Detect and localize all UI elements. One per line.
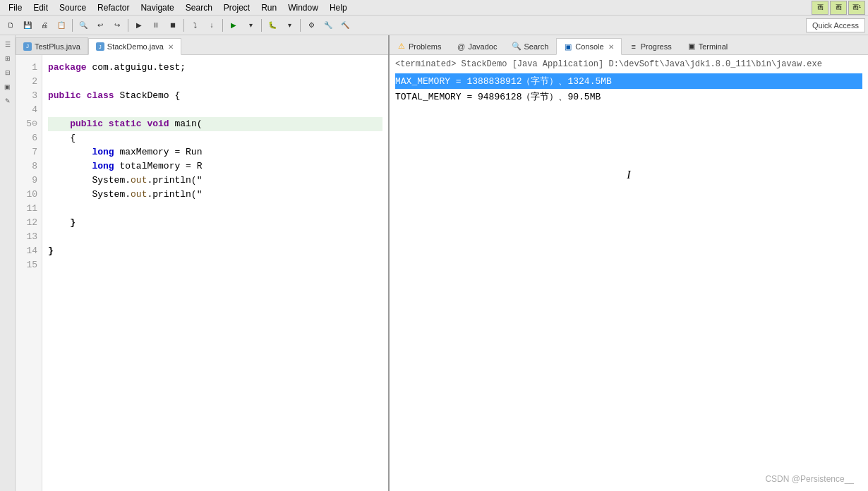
code-line-12: } — [48, 216, 382, 230]
sidebar-icon-2[interactable]: ⊞ — [1, 52, 14, 65]
ln-12: 12 — [16, 216, 42, 230]
ln-8: 8 — [16, 159, 42, 174]
menu-source[interactable]: Source — [54, 1, 92, 14]
left-sidebar: ☰ ⊞ ⊟ ▣ ✎ — [0, 35, 16, 491]
quick-access-field[interactable]: Quick Access — [806, 18, 865, 32]
tab-console-close[interactable]: ✕ — [608, 43, 614, 51]
ln-2: 2 — [16, 75, 42, 89]
code-line-4 — [48, 103, 382, 117]
code-line-14: } — [48, 244, 382, 258]
ln-14: 14 — [16, 244, 42, 258]
code-line-6: { — [48, 131, 382, 145]
console-content[interactable]: <terminated> StackDemo [Java Application… — [390, 55, 868, 491]
console-line-2: TOTAL_MEMORY = 94896128（字节）、90.5MB — [395, 89, 862, 104]
toolbar-undo[interactable]: ↩ — [92, 18, 108, 33]
toolbar-run-dropdown[interactable]: ▾ — [243, 18, 258, 33]
tab-javadoc-label: Javadoc — [468, 42, 497, 51]
icon-view1[interactable]: 画 — [812, 1, 828, 15]
menu-search[interactable]: Search — [180, 1, 218, 14]
menu-navigate[interactable]: Navigate — [135, 1, 179, 14]
tab-stackdemo-label: StackDemo.java — [107, 42, 164, 51]
toolbar-redo[interactable]: ↪ — [109, 18, 125, 33]
console-icon: ▣ — [564, 42, 572, 51]
tab-stackdemo-close[interactable]: ✕ — [168, 43, 174, 51]
tab-testplus-icon: J — [23, 42, 32, 51]
main-container: ☰ ⊞ ⊟ ▣ ✎ J TestPlus.java J StackDemo.ja… — [0, 35, 868, 491]
code-line-2 — [48, 75, 382, 89]
toolbar-more1[interactable]: ⚙ — [303, 18, 319, 33]
code-line-3: public class StackDemo { — [48, 89, 382, 103]
terminal-icon: ▣ — [687, 42, 696, 51]
code-line-8: long totalMemory = R — [48, 159, 382, 174]
bottom-panel: ⚠ Problems @ Javadoc 🔍 Search ▣ Console … — [390, 35, 868, 491]
toolbar-debug[interactable]: 🐛 — [265, 18, 280, 33]
menu-help[interactable]: Help — [324, 1, 353, 14]
tab-testplus[interactable]: J TestPlus.java — [16, 37, 88, 54]
tab-progress-label: Progress — [641, 42, 672, 51]
toolbar-search-icon[interactable]: 🔍 — [76, 18, 91, 33]
tab-terminal-label: Terminal — [699, 42, 728, 51]
menu-window[interactable]: Window — [282, 1, 324, 14]
toolbar-step-into[interactable]: ↓ — [204, 18, 219, 33]
ln-15: 15 — [16, 258, 42, 272]
ln-10: 10 — [16, 188, 42, 202]
tab-progress[interactable]: ≡ Progress — [622, 37, 680, 54]
editor-area: J TestPlus.java J StackDemo.java ✕ 1 2 3… — [16, 35, 390, 491]
icon-view2[interactable]: 画 — [830, 1, 847, 15]
toolbar-stop[interactable]: ⏹ — [165, 18, 181, 33]
tab-stackdemo[interactable]: J StackDemo.java ✕ — [88, 38, 181, 55]
sidebar-icon-1[interactable]: ☰ — [1, 38, 14, 51]
code-line-9: System.out.println(" — [48, 174, 382, 188]
toolbar-more2[interactable]: 🔧 — [320, 18, 336, 33]
tab-console[interactable]: ▣ Console ✕ — [556, 38, 621, 55]
toolbar-play[interactable]: ▶ — [131, 18, 147, 33]
console-line-1: MAX_MEMORY = 1388838912（字节）、1324.5MB — [395, 73, 862, 89]
toolbar: 🗋 💾 🖨 📋 🔍 ↩ ↪ ▶ ⏸ ⏹ ⤵ ↓ ▶ ▾ 🐛 ▾ ⚙ 🔧 🔨 Qu… — [0, 16, 868, 35]
tab-search-label: Search — [524, 42, 548, 51]
menu-file[interactable]: File — [3, 1, 28, 14]
toolbar-run2[interactable]: ▶ — [226, 18, 241, 33]
code-line-13 — [48, 230, 382, 244]
ln-7: 7 — [16, 145, 42, 159]
ln-6: 6 — [16, 131, 42, 145]
line-numbers: 1 2 3 4 5⊖ 6 7 8 9 10 11 12 13 14 15 — [16, 55, 42, 491]
tab-problems[interactable]: ⚠ Problems — [390, 37, 449, 54]
sidebar-icon-3[interactable]: ⊟ — [1, 66, 14, 79]
tab-console-label: Console — [575, 42, 603, 51]
tab-terminal[interactable]: ▣ Terminal — [680, 37, 736, 54]
menu-run[interactable]: Run — [255, 1, 282, 14]
sidebar-icon-4[interactable]: ▣ — [1, 80, 14, 93]
sep2 — [128, 19, 128, 32]
search-icon: 🔍 — [512, 42, 521, 51]
toolbar-save[interactable]: 💾 — [20, 18, 35, 33]
panel-tabs: ⚠ Problems @ Javadoc 🔍 Search ▣ Console … — [390, 35, 868, 55]
toolbar-new[interactable]: 🗋 — [3, 18, 18, 33]
tab-problems-label: Problems — [409, 42, 441, 51]
icon-view3[interactable]: 画¹ — [848, 1, 865, 15]
sep4 — [222, 19, 223, 32]
toolbar-print[interactable]: 🖨 — [37, 18, 52, 33]
code-line-1: package com.atguigu.test; — [48, 61, 382, 75]
menu-bar: File Edit Source Refactor Navigate Searc… — [0, 0, 868, 16]
tab-search[interactable]: 🔍 Search — [505, 37, 556, 54]
console-header: <terminated> StackDemo [Java Application… — [395, 59, 862, 69]
toolbar-copy[interactable]: 📋 — [54, 18, 69, 33]
tab-javadoc[interactable]: @ Javadoc — [449, 37, 505, 54]
ln-5: 5⊖ — [16, 117, 42, 131]
ln-3: 3 — [16, 89, 42, 103]
javadoc-icon: @ — [457, 42, 465, 51]
sep6 — [300, 19, 301, 32]
toolbar-debug-dropdown[interactable]: ▾ — [282, 18, 297, 33]
ln-9: 9 — [16, 174, 42, 188]
code-content[interactable]: package com.atguigu.test; public class S… — [42, 55, 388, 491]
menu-edit[interactable]: Edit — [28, 1, 54, 14]
menu-refactor[interactable]: Refactor — [92, 1, 135, 14]
code-line-7: long maxMemory = Run — [48, 145, 382, 159]
top-right-icons: 画 画 画¹ — [812, 1, 865, 15]
sidebar-icon-5[interactable]: ✎ — [1, 95, 14, 107]
cursor-area: I — [395, 104, 862, 246]
toolbar-step-over[interactable]: ⤵ — [187, 18, 203, 33]
toolbar-more3[interactable]: 🔨 — [337, 18, 353, 33]
menu-project[interactable]: Project — [218, 1, 255, 14]
toolbar-pause[interactable]: ⏸ — [148, 18, 164, 33]
